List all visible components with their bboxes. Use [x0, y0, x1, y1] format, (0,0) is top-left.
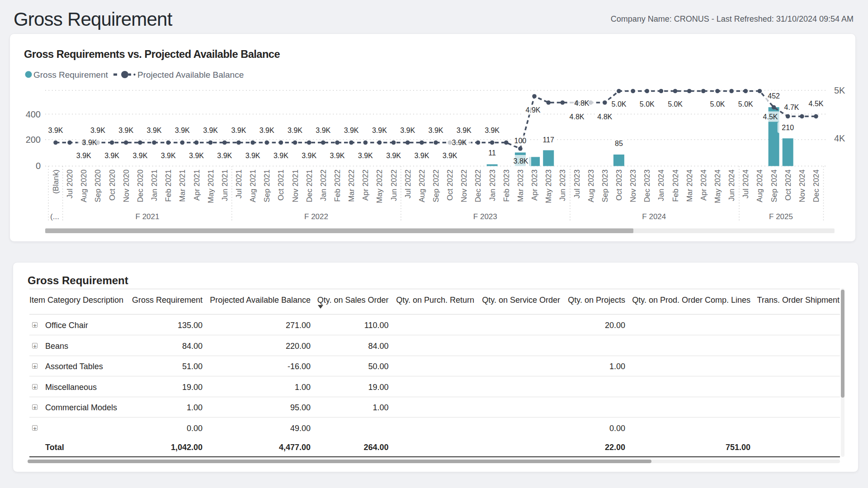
svg-text:May 2023: May 2023 — [544, 169, 553, 203]
svg-text:3.9K: 3.9K — [161, 152, 176, 160]
svg-text:F 2024: F 2024 — [642, 212, 666, 221]
svg-text:3.9K: 3.9K — [118, 127, 133, 134]
svg-text:Oct 2021: Oct 2021 — [277, 169, 285, 201]
svg-text:3.9K: 3.9K — [259, 127, 274, 134]
svg-text:3.9K: 3.9K — [302, 152, 316, 160]
svg-text:3.9K: 3.9K — [147, 127, 162, 134]
svg-text:100: 100 — [514, 137, 527, 145]
svg-text:3.9K: 3.9K — [316, 127, 330, 134]
svg-text:Dec 2022: Dec 2022 — [474, 169, 482, 202]
svg-text:3.9K: 3.9K — [245, 152, 260, 160]
svg-text:Nov 2023: Nov 2023 — [629, 169, 637, 202]
svg-text:4.5K: 4.5K — [763, 113, 778, 121]
svg-text:5.0K: 5.0K — [612, 100, 627, 108]
svg-text:85: 85 — [615, 140, 623, 147]
svg-text:Jun 2022: Jun 2022 — [390, 169, 398, 201]
svg-text:5.0K: 5.0K — [738, 100, 753, 108]
svg-text:3.9K: 3.9K — [231, 127, 246, 134]
svg-text:Jul 2022: Jul 2022 — [404, 169, 412, 198]
svg-text:F 2025: F 2025 — [769, 212, 793, 221]
svg-text:4.8K: 4.8K — [575, 99, 590, 107]
svg-text:Jun 2023: Jun 2023 — [558, 169, 567, 201]
svg-text:3.9K: 3.9K — [203, 127, 218, 134]
svg-text:3.9K: 3.9K — [452, 139, 467, 146]
svg-text:3.9K: 3.9K — [344, 127, 359, 134]
svg-text:3.9K: 3.9K — [414, 152, 429, 160]
svg-text:Jan 2021: Jan 2021 — [150, 169, 159, 201]
svg-text:Sep 2021: Sep 2021 — [263, 169, 271, 202]
svg-text:3.9K: 3.9K — [485, 127, 500, 134]
svg-text:May 2021: May 2021 — [207, 169, 215, 203]
svg-text:3.9K: 3.9K — [400, 127, 415, 134]
svg-text:Mar 2022: Mar 2022 — [347, 169, 356, 202]
svg-text:3.9K: 3.9K — [76, 152, 91, 160]
svg-text:Jul 2020: Jul 2020 — [66, 169, 74, 198]
svg-text:5.0K: 5.0K — [640, 100, 655, 108]
svg-text:Mar 2023: Mar 2023 — [516, 169, 525, 202]
svg-text:3.9K: 3.9K — [189, 152, 204, 160]
svg-text:0: 0 — [36, 161, 41, 171]
svg-text:Oct 2020: Oct 2020 — [108, 169, 117, 201]
svg-text:Apr 2023: Apr 2023 — [530, 169, 539, 201]
svg-text:Projected Available Balance: Projected Available Balance — [137, 70, 244, 80]
svg-text:3.9K: 3.9K — [175, 127, 190, 134]
svg-text:Aug 2021: Aug 2021 — [249, 169, 257, 202]
svg-text:3.9K: 3.9K — [443, 152, 458, 160]
svg-text:3.9K: 3.9K — [288, 127, 302, 134]
svg-text:3.9K: 3.9K — [274, 152, 288, 160]
svg-text:Aug 2022: Aug 2022 — [418, 169, 426, 202]
svg-text:Mar 2021: Mar 2021 — [178, 169, 187, 202]
svg-text:4.8K: 4.8K — [570, 113, 585, 121]
svg-text:May 2024: May 2024 — [713, 169, 722, 203]
svg-text:Apr 2022: Apr 2022 — [361, 169, 370, 201]
svg-text:5.0K: 5.0K — [710, 100, 725, 108]
svg-text:Aug 2024: Aug 2024 — [755, 169, 764, 202]
svg-text:Oct 2024: Oct 2024 — [784, 169, 793, 201]
svg-text:3.9K: 3.9K — [330, 152, 345, 160]
svg-text:5K: 5K — [834, 85, 845, 95]
svg-text:(Blank): (Blank) — [52, 169, 60, 194]
svg-text:Aug 2023: Aug 2023 — [587, 169, 595, 202]
svg-text:Jan 2022: Jan 2022 — [319, 169, 328, 201]
svg-text:F 2021: F 2021 — [136, 212, 160, 221]
svg-text:4.5K: 4.5K — [809, 100, 824, 108]
svg-text:Jan 2023: Jan 2023 — [488, 169, 497, 201]
svg-text:3.9K: 3.9K — [48, 127, 63, 134]
svg-text:3.9K: 3.9K — [372, 127, 387, 134]
svg-text:Sep 2023: Sep 2023 — [601, 169, 609, 202]
svg-text:117: 117 — [542, 136, 554, 144]
svg-text:F 2023: F 2023 — [473, 212, 497, 221]
svg-text:3.9K: 3.9K — [132, 152, 147, 160]
svg-text:Dec 2023: Dec 2023 — [643, 169, 651, 202]
svg-text:Gross Requirements vs. Project: Gross Requirements vs. Projected Availab… — [24, 48, 280, 60]
svg-text:200: 200 — [26, 135, 41, 145]
svg-text:Nov 2021: Nov 2021 — [291, 169, 300, 202]
svg-text:4.8K: 4.8K — [597, 113, 612, 121]
svg-text:3.9K: 3.9K — [104, 152, 119, 160]
svg-text:Dec 2020: Dec 2020 — [136, 169, 145, 202]
svg-text:Sep 2024: Sep 2024 — [770, 169, 778, 202]
svg-text:3.9K: 3.9K — [82, 139, 97, 146]
svg-text:5.0K: 5.0K — [668, 100, 683, 108]
svg-text:Feb 2024: Feb 2024 — [671, 169, 680, 202]
svg-text:Oct 2022: Oct 2022 — [446, 169, 454, 201]
svg-text:Apr 2021: Apr 2021 — [193, 169, 201, 201]
svg-text:Sep 2020: Sep 2020 — [94, 169, 102, 202]
svg-text:Dec 2021: Dec 2021 — [305, 169, 314, 202]
svg-text:Jan 2024: Jan 2024 — [657, 169, 665, 201]
svg-text:Aug 2020: Aug 2020 — [80, 169, 88, 202]
svg-text:(...: (... — [50, 212, 59, 221]
svg-text:11: 11 — [488, 149, 496, 157]
svg-text:4.9K: 4.9K — [526, 106, 541, 114]
svg-text:Jul 2021: Jul 2021 — [235, 169, 243, 198]
svg-text:4.7K: 4.7K — [784, 103, 799, 111]
svg-text:Jun 2024: Jun 2024 — [727, 169, 736, 201]
svg-text:Oct 2023: Oct 2023 — [615, 169, 623, 201]
svg-text:Dec 2024: Dec 2024 — [812, 169, 821, 202]
svg-text:Feb 2023: Feb 2023 — [502, 169, 511, 202]
svg-text:Gross Requirement: Gross Requirement — [33, 70, 108, 80]
svg-text:Jul 2024: Jul 2024 — [741, 169, 750, 198]
svg-text:3.9K: 3.9K — [457, 127, 472, 134]
svg-text:May 2022: May 2022 — [375, 169, 384, 203]
svg-text:Nov 2024: Nov 2024 — [798, 169, 807, 202]
